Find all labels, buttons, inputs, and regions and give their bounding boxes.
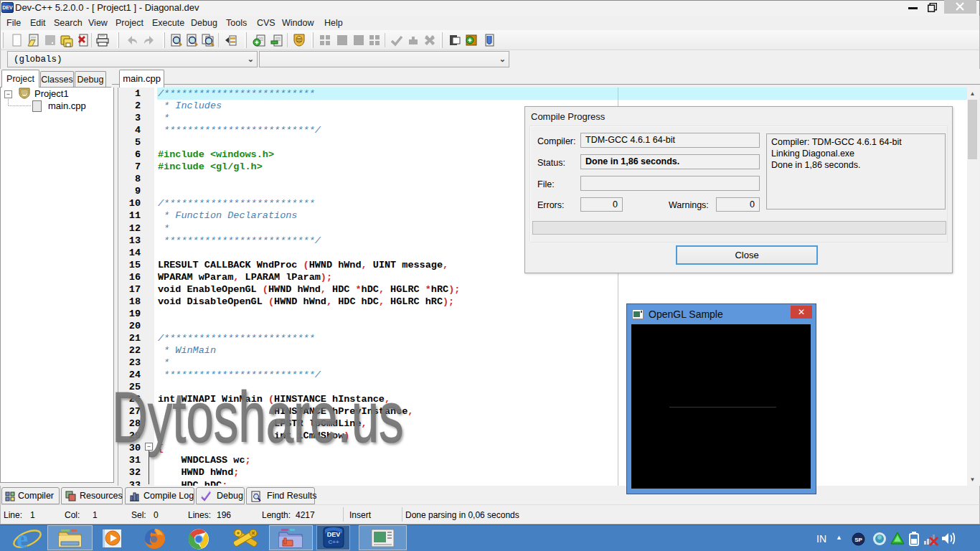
svg-text:e: e — [17, 526, 28, 550]
svg-text:DEV: DEV — [327, 531, 341, 538]
svg-text:SP: SP — [854, 537, 862, 543]
svg-text:C++: C++ — [328, 539, 339, 545]
